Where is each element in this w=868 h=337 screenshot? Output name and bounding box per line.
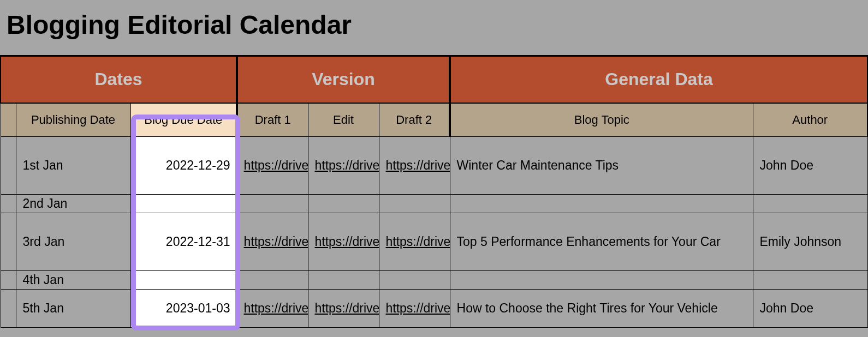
cell-draft-2-link[interactable]: https://drive xyxy=(379,290,450,328)
table-row: 4th Jan xyxy=(1,271,867,290)
col-draft-1: Draft 1 xyxy=(237,103,308,137)
cell-publishing-date[interactable]: 5th Jan xyxy=(16,290,130,328)
gutter-cell xyxy=(1,271,16,290)
cell-draft-1-link[interactable]: https://drive xyxy=(237,137,308,195)
cell-draft-2-link[interactable]: https://drive xyxy=(379,213,450,271)
col-blog-due-date: Blog Due Date xyxy=(130,103,237,137)
group-general: General Data xyxy=(450,56,867,103)
gutter-header xyxy=(1,103,16,137)
cell-publishing-date[interactable]: 2nd Jan xyxy=(16,195,130,213)
cell-publishing-date[interactable]: 1st Jan xyxy=(16,137,130,195)
col-edit: Edit xyxy=(308,103,379,137)
cell-author[interactable]: John Doe xyxy=(753,137,867,195)
cell-draft-1-link[interactable]: https://drive xyxy=(237,290,308,328)
cell-author[interactable]: Emily Johnson xyxy=(753,213,867,271)
cell-draft-2-link[interactable] xyxy=(379,271,450,290)
cell-topic[interactable]: Top 5 Performance Enhancements for Your … xyxy=(450,213,753,271)
cell-edit-link[interactable]: https://drive xyxy=(308,213,379,271)
editorial-table: Dates Version General Data Publishing Da… xyxy=(0,55,868,328)
cell-due-date[interactable]: 2022-12-31 xyxy=(130,213,237,271)
table-row: 1st Jan 2022-12-29 https://drive https:/… xyxy=(1,137,867,195)
cell-due-date[interactable] xyxy=(130,195,237,213)
cell-draft-1-link[interactable] xyxy=(237,271,308,290)
column-header-row: Publishing Date Blog Due Date Draft 1 Ed… xyxy=(1,103,867,137)
gutter-cell xyxy=(1,195,16,213)
cell-due-date[interactable]: 2023-01-03 xyxy=(130,290,237,328)
cell-edit-link[interactable]: https://drive xyxy=(308,137,379,195)
gutter-cell xyxy=(1,213,16,271)
cell-draft-1-link[interactable]: https://drive xyxy=(237,213,308,271)
cell-due-date[interactable]: 2022-12-29 xyxy=(130,137,237,195)
cell-draft-2-link[interactable]: https://drive xyxy=(379,137,450,195)
col-publishing-date: Publishing Date xyxy=(16,103,130,137)
cell-edit-link[interactable] xyxy=(308,271,379,290)
cell-due-date[interactable] xyxy=(130,271,237,290)
cell-edit-link[interactable] xyxy=(308,195,379,213)
gutter-cell xyxy=(1,137,16,195)
cell-topic[interactable] xyxy=(450,195,753,213)
cell-edit-link[interactable]: https://drive xyxy=(308,290,379,328)
cell-draft-2-link[interactable] xyxy=(379,195,450,213)
cell-topic[interactable] xyxy=(450,271,753,290)
page-title: Blogging Editorial Calendar xyxy=(0,0,868,55)
group-dates: Dates xyxy=(1,56,237,103)
col-author: Author xyxy=(753,103,867,137)
table-row: 2nd Jan xyxy=(1,195,867,213)
cell-publishing-date[interactable]: 4th Jan xyxy=(16,271,130,290)
table-row: 5th Jan 2023-01-03 https://drive https:/… xyxy=(1,290,867,328)
cell-publishing-date[interactable]: 3rd Jan xyxy=(16,213,130,271)
table-row: 3rd Jan 2022-12-31 https://drive https:/… xyxy=(1,213,867,271)
cell-author[interactable]: John Doe xyxy=(753,290,867,328)
cell-author[interactable] xyxy=(753,195,867,213)
cell-topic[interactable]: Winter Car Maintenance Tips xyxy=(450,137,753,195)
cell-topic[interactable]: How to Choose the Right Tires for Your V… xyxy=(450,290,753,328)
group-version: Version xyxy=(237,56,450,103)
gutter-cell xyxy=(1,290,16,328)
cell-author[interactable] xyxy=(753,271,867,290)
col-blog-topic: Blog Topic xyxy=(450,103,753,137)
cell-draft-1-link[interactable] xyxy=(237,195,308,213)
group-header-row: Dates Version General Data xyxy=(1,56,867,103)
col-draft-2: Draft 2 xyxy=(379,103,450,137)
